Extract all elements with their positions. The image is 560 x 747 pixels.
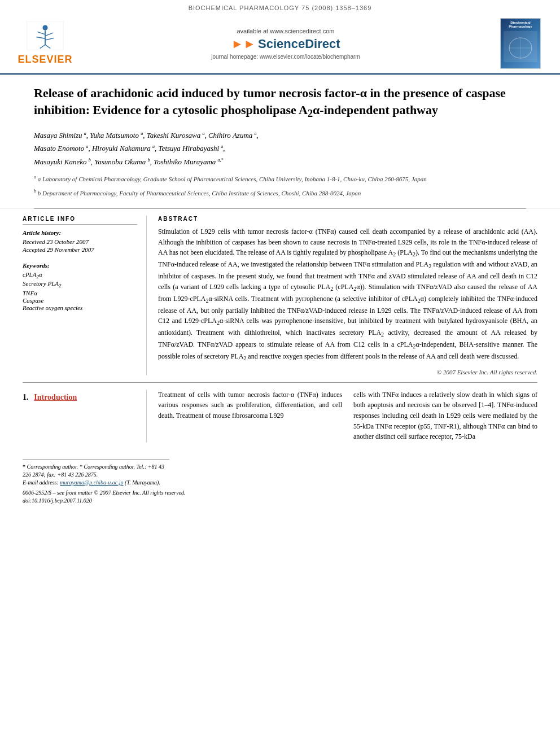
elsevier-logo: ELSEVIER	[17, 21, 73, 65]
page: BIOCHEMICAL PHARMACOLOGY 75 (2008) 1358–…	[0, 0, 560, 747]
affiliation-a: a a Laboratory of Chemical Pharmacology,…	[34, 174, 526, 184]
article-title: Release of arachidonic acid induced by t…	[34, 85, 526, 121]
keyword-3: TNFα	[23, 290, 137, 296]
introduction-header-row: 1. Introduction Treatment of cells with …	[0, 390, 560, 442]
footnote-doi: doi:10.1016/j.bcp.2007.11.020	[23, 497, 537, 505]
journal-cover: BiochemicalPharmacology	[498, 18, 543, 69]
keyword-4: Caspase	[23, 297, 137, 304]
header-section: ELSEVIER available at www.sciencedirect.…	[0, 14, 560, 75]
article-info-label: ARTICLE INFO	[23, 216, 137, 225]
keywords-section: Keywords: cPLA2α Secretory PLA2 TNFα Cas…	[23, 262, 137, 311]
article-info-abstract: ARTICLE INFO Article history: Received 2…	[0, 216, 560, 375]
journal-citation: BIOCHEMICAL PHARMACOLOGY 75 (2008) 1358–…	[189, 5, 372, 11]
cover-graphic	[504, 31, 537, 62]
footnotes-area: * Corresponding author. * Corresponding …	[0, 459, 560, 505]
affiliation-b: b b Department of Pharmacology, Faculty …	[34, 188, 526, 198]
svg-point-2	[42, 25, 47, 30]
sd-arrows-icon: ►►	[231, 37, 256, 51]
footnote-email: E-mail address: murayama@p.chiba-u.ac.jp…	[23, 479, 169, 487]
right-column: ABSTRACT Stimulation of L929 cells with …	[158, 216, 537, 375]
title-section: Release of arachidonic acid induced by t…	[0, 75, 560, 208]
available-text: available at www.sciencedirect.com	[85, 28, 487, 34]
abstract-text: Stimulation of L929 cells with tumor nec…	[158, 226, 537, 363]
email-link[interactable]: murayama@p.chiba-u.ac.jp	[60, 479, 123, 486]
keyword-5: Reactive oxygen species	[23, 304, 137, 311]
section-divider	[23, 382, 537, 383]
cover-title: BiochemicalPharmacology	[509, 21, 532, 29]
keyword-2: Secretory PLA2	[23, 280, 137, 289]
footnote-corresponding: * Corresponding author. * Corresponding …	[23, 463, 169, 479]
journal-bar: BIOCHEMICAL PHARMACOLOGY 75 (2008) 1358–…	[0, 0, 560, 14]
intro-col-left: Treatment of cells with tumor necrosis f…	[158, 390, 342, 442]
received-text: Received 23 October 2007	[23, 238, 137, 245]
footnote-divider: * Corresponding author. * Corresponding …	[23, 459, 169, 487]
elsevier-wordmark: ELSEVIER	[18, 54, 72, 65]
sciencedirect-logo: ►► ScienceDirect	[85, 37, 487, 51]
left-column: ARTICLE INFO Article history: Received 2…	[23, 216, 147, 375]
keyword-1: cPLA2α	[23, 271, 137, 279]
copyright-text: © 2007 Elsevier Inc. All rights reserved…	[158, 369, 537, 375]
section-number: 1.	[23, 393, 29, 401]
intro-left-spacer: 1. Introduction	[23, 390, 147, 442]
accepted-text: Accepted 29 November 2007	[23, 246, 137, 253]
intro-body: Treatment of cells with tumor necrosis f…	[158, 390, 537, 442]
abstract-label: ABSTRACT	[158, 216, 537, 222]
center-header: available at www.sciencedirect.com ►► Sc…	[73, 28, 498, 60]
keywords-label: Keywords:	[23, 262, 137, 269]
intro-col-right: cells with TNFα induces a relatively slo…	[353, 390, 537, 442]
cover-image: BiochemicalPharmacology	[500, 18, 541, 69]
journal-homepage-text: journal homepage: www.elsevier.com/locat…	[85, 54, 487, 60]
footnote-issn: 0006-2952/$ – see front matter © 2007 El…	[23, 489, 537, 497]
elsevier-tree-icon	[25, 21, 65, 53]
authors: Masaya Shimizu a, Yuka Matsumoto a, Take…	[34, 129, 526, 168]
article-history-label: Article history:	[23, 229, 137, 236]
sd-wordmark: ScienceDirect	[258, 37, 340, 51]
section-title: Introduction	[34, 393, 77, 401]
